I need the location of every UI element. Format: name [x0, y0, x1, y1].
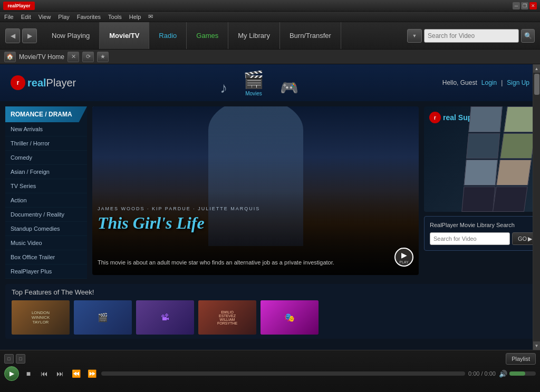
content-inner: r realPlayer ♪ 🎬 Movies 🎮 Hello	[0, 64, 540, 350]
sidebar-item-music-video[interactable]: Music Video	[5, 236, 87, 250]
games-icon: 🎮	[280, 79, 298, 96]
menu-view[interactable]: View	[38, 14, 51, 20]
close-button[interactable]: ✕	[529, 2, 537, 9]
nav-tabs: Now Playing Movie/TV Radio Games My Libr…	[42, 22, 407, 49]
search-button[interactable]: 🔍	[521, 29, 535, 43]
sidebar-item-tv-series[interactable]: TV Series	[5, 179, 87, 193]
search-area: ▼ 🔍	[407, 29, 535, 43]
forward-button[interactable]: ▶	[22, 28, 37, 43]
sidebar-item-comedy[interactable]: Comedy	[5, 151, 87, 165]
feature-thumb-4[interactable]: EMILIOESTEVEZWILLIAMFORSYTHE	[198, 300, 256, 335]
features-title: Top Features of The Week!	[12, 288, 528, 296]
movies-nav-icon[interactable]: 🎬 Movies	[243, 70, 264, 96]
next-button[interactable]: ⏭	[54, 367, 66, 380]
sidebar-item-thriller[interactable]: Thriller / Horror	[5, 136, 87, 151]
scrollbar-down-button[interactable]: ▼	[533, 341, 541, 350]
menubar: File Edit View Play Favorites Tools Help…	[0, 12, 540, 22]
rp-logo-r: r	[17, 79, 20, 86]
rp-logo: r realPlayer	[11, 75, 76, 90]
sidebar-item-box-office[interactable]: Box Office Trailer	[5, 250, 87, 264]
go-label: GO	[518, 236, 527, 242]
genre-header[interactable]: ROMANCE / DRAMA	[5, 106, 87, 122]
tab-my-library[interactable]: My Library	[228, 22, 280, 49]
search-input[interactable]	[424, 29, 519, 43]
sidebar-item-documentary[interactable]: Documentry / Reality	[5, 208, 87, 222]
sidebar-item-standup[interactable]: Standup Comedies	[5, 222, 87, 236]
features-row: LONDONWINNICKTAYLOR 🎬 📽 EMILIOESTEVEZWIL…	[12, 300, 528, 335]
tab-burn-transfer[interactable]: Burn/Transfer	[280, 22, 341, 49]
menu-file[interactable]: File	[4, 14, 14, 20]
menu-play[interactable]: Play	[58, 14, 69, 20]
minimize-button[interactable]: ─	[513, 2, 520, 9]
sidebar-item-new-arrivals[interactable]: New Arrivals	[5, 122, 87, 136]
sidebar-item-action[interactable]: Action	[5, 193, 87, 208]
play-pause-button[interactable]: ▶	[4, 366, 19, 381]
movie-overlay	[92, 106, 419, 275]
tab-games[interactable]: Games	[187, 22, 228, 49]
feature-thumb-3[interactable]: 📽	[136, 300, 194, 335]
tab-radio[interactable]: Radio	[149, 22, 187, 49]
movie-title: This Girl's Life	[98, 213, 413, 233]
film-cell	[469, 106, 503, 132]
scrollbar-thumb[interactable]	[534, 74, 539, 95]
mls-title: RealPlayer Movie Library Search	[430, 222, 529, 228]
film-cell	[464, 160, 498, 185]
film-cell	[493, 187, 528, 212]
volume-bar[interactable]	[509, 371, 536, 376]
volume-fill	[509, 371, 525, 376]
search-dropdown-button[interactable]: ▼	[407, 29, 422, 43]
close-tab-button[interactable]: ✕	[68, 52, 79, 62]
rp-header: r realPlayer ♪ 🎬 Movies 🎮 Hello	[0, 64, 540, 101]
fastforward-button[interactable]: ⏩	[85, 367, 98, 380]
music-nav-icon[interactable]: ♪	[220, 80, 227, 96]
center-content: JAMES WOODS · KIP PARDUE · JULIETTE MARQ…	[92, 106, 419, 279]
nav-icons: ♪ 🎬 Movies 🎮	[220, 70, 298, 96]
rp-logo-circle: r	[11, 75, 25, 90]
login-link[interactable]: Login	[481, 79, 497, 86]
movie-banner: JAMES WOODS · KIP PARDUE · JULIETTE MARQ…	[92, 106, 419, 275]
tab-now-playing[interactable]: Now Playing	[42, 22, 100, 49]
playlist-button[interactable]: Playlist	[506, 353, 536, 365]
mls-search-input[interactable]	[430, 232, 510, 245]
film-cell	[500, 133, 535, 159]
time-display: 0:00 / 0:00	[468, 370, 496, 377]
menu-tools[interactable]: Tools	[108, 14, 122, 20]
feature-thumb-5[interactable]: 🎭	[261, 300, 319, 335]
prev-button[interactable]: ⏮	[38, 367, 51, 380]
restore-button[interactable]: ❐	[521, 2, 528, 9]
refresh-button[interactable]: ⟳	[82, 52, 94, 62]
sidebar-item-rp-plus[interactable]: RealPlayer Plus	[5, 264, 87, 279]
menu-edit[interactable]: Edit	[21, 14, 31, 20]
volume-icon[interactable]: 🔊	[499, 370, 507, 378]
progress-bar[interactable]	[101, 371, 465, 376]
favorite-button[interactable]: ★	[97, 52, 109, 62]
scrollbar-up-button[interactable]: ▲	[533, 64, 541, 73]
tab-movie-tv[interactable]: Movie/TV	[100, 22, 149, 49]
play-pause-icon: ▶	[9, 370, 14, 377]
movie-credits: JAMES WOODS · KIP PARDUE · JULIETTE MARQ…	[98, 206, 413, 233]
mini-btn-1[interactable]: □	[4, 354, 14, 364]
menu-help[interactable]: Help	[129, 14, 141, 20]
user-area: Hello, Guest Login | Sign Up	[442, 79, 529, 86]
stop-icon: ■	[26, 369, 31, 378]
next-icon: ⏭	[56, 369, 64, 378]
sidebar-item-asian[interactable]: Asian / Foreign	[5, 165, 87, 179]
two-col-layout: ROMANCE / DRAMA New Arrivals Thriller / …	[0, 101, 540, 279]
menu-mail-icon[interactable]: ✉	[148, 13, 153, 20]
games-nav-icon[interactable]: 🎮	[280, 79, 298, 96]
back-button[interactable]: ◀	[5, 28, 20, 43]
mini-btn-2[interactable]: □	[16, 354, 25, 364]
signup-link[interactable]: Sign Up	[507, 79, 529, 86]
transport-bar: □ □ Playlist ▶ ■ ⏮ ⏭ ⏪ ⏩ 0:00 / 0:00 🔊	[0, 350, 540, 392]
rewind-icon: ⏪	[72, 369, 81, 378]
movies-nav-label: Movies	[245, 91, 262, 96]
stop-button[interactable]: ■	[22, 367, 35, 380]
rewind-button[interactable]: ⏪	[70, 367, 82, 380]
menu-favorites[interactable]: Favorites	[77, 14, 101, 20]
titlebar-left: realPlayer	[3, 2, 35, 10]
feature-thumb-1[interactable]: LONDONWINNICKTAYLOR	[12, 300, 70, 335]
feature-thumb-2[interactable]: 🎬	[74, 300, 132, 335]
scrollbar-track[interactable]	[533, 73, 541, 341]
play-button[interactable]: ▶ PLAY	[394, 248, 413, 267]
home-button[interactable]: 🏠	[4, 52, 16, 62]
